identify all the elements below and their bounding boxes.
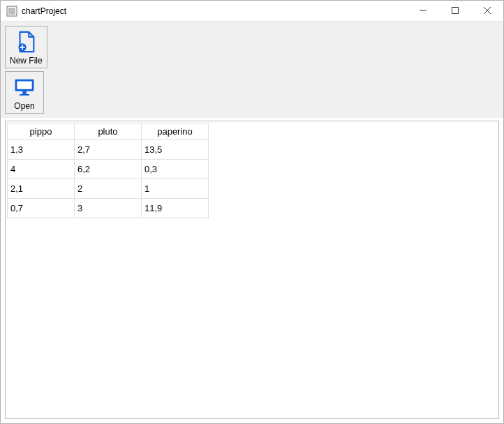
close-icon xyxy=(484,6,491,16)
new-file-label: New File xyxy=(10,56,43,66)
svg-rect-1 xyxy=(8,8,15,15)
maximize-icon xyxy=(452,6,459,16)
table-cell[interactable]: 2,1 xyxy=(8,179,75,199)
table-cell[interactable]: 1 xyxy=(142,179,209,199)
table-cell[interactable]: 2,7 xyxy=(75,140,142,160)
table-cell[interactable]: 1,3 xyxy=(8,140,75,160)
table-cell[interactable]: 3 xyxy=(75,199,142,218)
table-cell[interactable]: 2 xyxy=(75,179,142,199)
table-cell[interactable]: 13,5 xyxy=(142,140,209,160)
table-cell[interactable]: 4 xyxy=(8,160,75,179)
svg-rect-3 xyxy=(452,8,459,14)
window-title: chartProject xyxy=(22,6,407,16)
svg-rect-11 xyxy=(22,91,27,94)
app-icon xyxy=(6,6,17,17)
table-row: 0,7 3 11,9 xyxy=(8,199,209,218)
table-cell[interactable]: 6,2 xyxy=(75,160,142,179)
new-file-icon xyxy=(13,29,38,54)
table-row: 4 6,2 0,3 xyxy=(8,160,209,179)
table-cell[interactable]: 0,3 xyxy=(142,160,209,179)
minimize-icon xyxy=(420,6,427,16)
content-frame: pippo pluto paperino 1,3 2,7 13,5 4 6,2 … xyxy=(5,121,499,419)
new-file-button[interactable]: New File xyxy=(5,26,47,68)
window-controls xyxy=(407,1,503,21)
table-row: 1,3 2,7 13,5 xyxy=(8,140,209,160)
titlebar: chartProject xyxy=(1,1,503,22)
table-header-row: pippo pluto paperino xyxy=(8,123,209,140)
column-header[interactable]: pippo xyxy=(8,123,75,140)
close-button[interactable] xyxy=(471,1,503,21)
open-label: Open xyxy=(14,101,34,111)
table-row: 2,1 2 1 xyxy=(8,179,209,199)
minimize-button[interactable] xyxy=(407,1,439,21)
toolbar: New File Open xyxy=(1,22,503,118)
open-button[interactable]: Open xyxy=(5,71,44,114)
maximize-button[interactable] xyxy=(439,1,471,21)
app-window: chartProject xyxy=(0,0,504,424)
svg-rect-10 xyxy=(17,82,31,89)
table-cell[interactable]: 11,9 xyxy=(142,199,209,218)
monitor-icon xyxy=(12,75,37,100)
column-header[interactable]: paperino xyxy=(142,123,209,140)
data-table: pippo pluto paperino 1,3 2,7 13,5 4 6,2 … xyxy=(7,123,209,218)
column-header[interactable]: pluto xyxy=(75,123,142,140)
table-cell[interactable]: 0,7 xyxy=(8,199,75,218)
svg-rect-12 xyxy=(20,94,29,96)
